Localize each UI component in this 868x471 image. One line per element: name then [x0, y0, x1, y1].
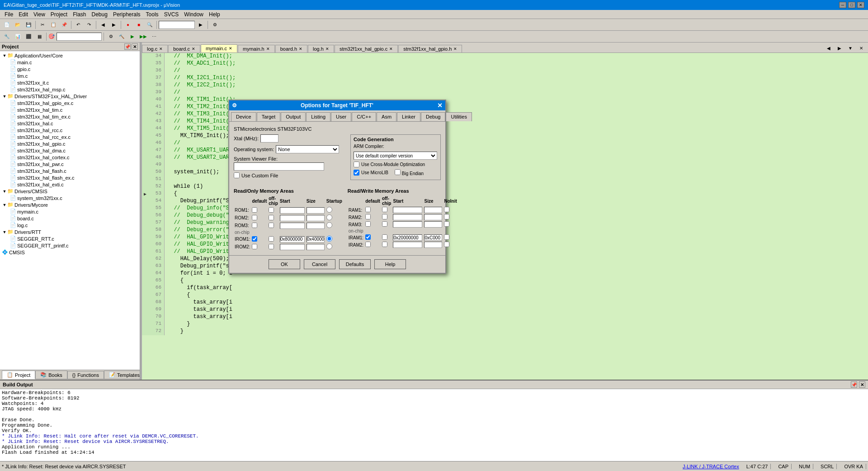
dialog-tab-output[interactable]: Output [281, 112, 306, 121]
irom1-default[interactable] [252, 236, 257, 242]
project-panel-close[interactable]: ✕ [132, 43, 138, 50]
settings-button[interactable]: ⚙ [210, 20, 220, 29]
build-output-pin[interactable]: 📌 [851, 381, 857, 388]
new-file-button[interactable]: 📄 [2, 20, 12, 29]
iram2-offchip[interactable] [382, 242, 387, 247]
big-endian-checkbox[interactable] [395, 169, 401, 175]
rom3-default[interactable] [252, 223, 257, 228]
expand-icon[interactable]: ▼ [2, 94, 7, 99]
open-file-button[interactable]: 📂 [13, 20, 23, 29]
tree-item-hal-driver[interactable]: ▼ 📁 Drivers/STM32F1xx_HAL_Driver [1, 93, 139, 100]
project-panel-pin[interactable]: 📌 [124, 43, 131, 50]
dialog-tab-asm[interactable]: Asm [377, 112, 396, 121]
nav-back-button[interactable]: ◀ [98, 20, 108, 29]
dialog-tab-target[interactable]: Target [257, 112, 281, 121]
minimize-button[interactable]: ─ [839, 2, 846, 8]
tree-item-board[interactable]: 📄 board.c [1, 215, 139, 222]
tree-item-segger-rtt[interactable]: 📄 SEGGER_RTT.c [1, 235, 139, 242]
dialog-close-button[interactable]: ✕ [437, 102, 443, 109]
tree-item-mycore[interactable]: ▼ 📁 Drivers/Mycore [1, 201, 139, 208]
tree-item-hal-dma[interactable]: 📄 stm32f1xx_hal_dma.c [1, 147, 139, 154]
svf-input[interactable]: STM32F103x.svd [234, 162, 324, 171]
tab-close-icon[interactable]: ✕ [159, 47, 163, 51]
ram3-default[interactable] [365, 221, 371, 227]
tree-item-system[interactable]: 📄 system_stm32f1xx.c [1, 195, 139, 201]
expand-icon[interactable]: ▼ [2, 53, 7, 58]
tab-board-h[interactable]: board.h ✕ [275, 45, 307, 52]
tree-item-main-c[interactable]: 📄 main.c [1, 59, 139, 66]
tree-item-segger-printf[interactable]: 📄 SEGGER_RTT_printf.c [1, 242, 139, 249]
undo-button[interactable]: ↶ [73, 20, 83, 29]
tree-item-log[interactable]: 📄 log.c [1, 222, 139, 228]
tree-item-tim-c[interactable]: 📄 tim.c [1, 72, 139, 79]
tab-project[interactable]: 📋 Project [2, 371, 35, 379]
close-button[interactable]: ✕ [857, 2, 864, 8]
options-dialog[interactable]: ⚙ Options for Target 'TIF_HFT' ✕ Device … [228, 100, 446, 274]
menu-file[interactable]: File [2, 10, 16, 19]
dialog-tab-debug[interactable]: Debug [421, 112, 445, 121]
tree-item-cmsis2[interactable]: 💠 CMSIS [1, 249, 139, 256]
menu-project[interactable]: Project [48, 10, 70, 19]
tab-log-h[interactable]: log.h ✕ [308, 45, 334, 52]
ok-button[interactable]: OK [269, 259, 300, 269]
cross-module-checkbox[interactable] [354, 162, 359, 167]
iram1-default[interactable] [365, 234, 371, 240]
tree-item-hal-gpio[interactable]: 📄 stm32f1xx_hal_gpio.c [1, 140, 139, 147]
dialog-tab-device[interactable]: Device [231, 112, 256, 121]
tree-item-gpio-c[interactable]: 📄 gpio.c [1, 66, 139, 72]
irom1-startup[interactable] [326, 236, 332, 242]
help-button[interactable]: Help [374, 259, 406, 269]
addr-go-button[interactable]: ▶ [196, 20, 206, 29]
menu-tools[interactable]: Tools [143, 10, 161, 19]
rom1-startup[interactable] [326, 207, 332, 213]
tree-item-mymain[interactable]: 📄 mymain.c [1, 208, 139, 215]
rom1-default[interactable] [252, 207, 257, 213]
tab-scroll-left[interactable]: ◀ [824, 43, 834, 52]
rom2-start[interactable] [280, 215, 305, 221]
irom2-size[interactable] [307, 244, 325, 250]
tree-item-rtt[interactable]: ▼ 📁 Drivers/RTT [1, 228, 139, 235]
tab-close-icon[interactable]: ✕ [192, 47, 195, 51]
ram1-offchip[interactable] [382, 207, 387, 212]
dialog-tab-user[interactable]: User [331, 112, 351, 121]
tab-functions[interactable]: {} Functions [67, 371, 104, 379]
rom2-startup[interactable] [326, 214, 332, 220]
ram1-default[interactable] [365, 207, 371, 212]
tab-close-icon[interactable]: ✕ [326, 47, 329, 51]
tab-books[interactable]: 📚 Books [35, 371, 67, 379]
expand-icon[interactable]: ▼ [2, 203, 7, 207]
iram1-start[interactable] [393, 234, 422, 241]
cancel-button[interactable]: Cancel [304, 259, 335, 269]
dialog-tab-linker[interactable]: Linker [397, 112, 420, 121]
dialog-tab-cpp[interactable]: C/C++ [352, 112, 376, 121]
tb2-btn3[interactable]: ⬛ [24, 32, 33, 41]
menu-help[interactable]: Help [206, 10, 223, 19]
irom2-default[interactable] [252, 244, 257, 249]
tab-hal-gpio-c[interactable]: stm32f1xx_hal_gpio.c ✕ [335, 45, 398, 52]
target-name-input[interactable]: TIF_HFT [57, 33, 102, 41]
tree-item-hal-pwr[interactable]: 📄 stm32f1xx_hal_pwr.c [1, 161, 139, 167]
menu-peripherals[interactable]: Peripherals [110, 10, 143, 19]
irom1-size[interactable] [307, 236, 325, 243]
tab-templates[interactable]: 📝 Templates [104, 371, 140, 379]
build-button[interactable]: ● [123, 20, 133, 29]
tree-item-hal-tim[interactable]: 📄 stm32f1xx_hal_tim.c [1, 106, 139, 113]
tb2-btn1[interactable]: 🔧 [2, 32, 12, 41]
menu-svcs[interactable]: SVCS [161, 10, 182, 19]
address-input[interactable]: 0x0004 [159, 21, 195, 29]
tab-close-icon[interactable]: ✕ [229, 46, 232, 51]
iram1-size[interactable] [424, 234, 442, 241]
rom2-size[interactable] [307, 215, 325, 221]
irom2-offchip[interactable] [269, 244, 274, 249]
tab-board-c[interactable]: board.c ✕ [168, 45, 200, 52]
tb2-options-button[interactable]: ⚙ [106, 32, 116, 41]
arm-compiler-select[interactable]: Use default compiler version [354, 152, 437, 160]
save-button[interactable]: 💾 [24, 20, 33, 29]
tree-item-hal-rcc-ex[interactable]: 📄 stm32f1xx_hal_rcc_ex.c [1, 133, 139, 140]
tree-item-hal-msp[interactable]: 📄 stm32f1xx_hal_msp.c [1, 86, 139, 93]
menu-view[interactable]: View [31, 10, 48, 19]
tab-close-icon[interactable]: ✕ [299, 47, 302, 51]
rom3-offchip[interactable] [269, 223, 274, 228]
irom2-start[interactable] [280, 244, 305, 250]
tab-list[interactable]: ▼ [845, 43, 855, 52]
